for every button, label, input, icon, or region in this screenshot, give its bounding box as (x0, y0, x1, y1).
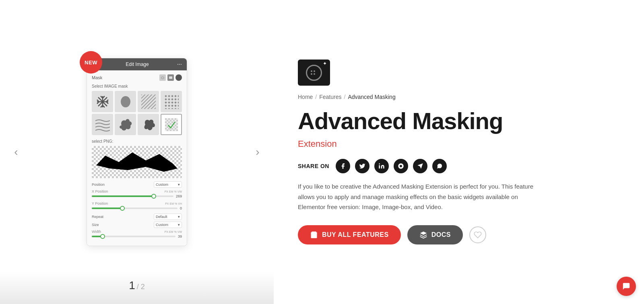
phone-body: Mask Select IMAGE mask (87, 70, 187, 246)
mask-item-waves[interactable] (92, 114, 113, 135)
right-panel: ✦ Home / Features / Advanced Masking Adv (274, 0, 644, 304)
breadcrumb-current: Advanced Masking (348, 94, 395, 100)
telegram-icon[interactable] (413, 159, 427, 173)
unit-tabs-y: PXEM%VH (165, 202, 182, 205)
mask-item-diagonal[interactable] (138, 91, 159, 112)
heart-icon (474, 231, 482, 239)
y-slider-row[interactable]: 0 (92, 206, 182, 210)
size-label: Size (92, 223, 99, 227)
whatsapp-icon[interactable] (432, 159, 447, 173)
png-preview (92, 146, 182, 178)
twitter-icon[interactable] (355, 159, 369, 173)
y-position-label: Y Position (92, 201, 108, 205)
mask-item-diamond[interactable] (161, 91, 182, 112)
select-png-label: select PNG: (92, 139, 182, 144)
svg-rect-1 (169, 76, 172, 79)
x-slider-row[interactable]: 269 (92, 194, 182, 198)
app-icon-circle (306, 65, 322, 81)
breadcrumb: Home / Features / Advanced Masking (298, 94, 620, 100)
description: If you like to be creative the Advanced … (298, 181, 539, 212)
svg-rect-16 (141, 94, 156, 109)
buy-all-features-button[interactable]: BUY ALL FEATURES (298, 225, 401, 244)
mask-grid (92, 91, 182, 135)
image-icon (167, 74, 174, 81)
mask-item-snowflake[interactable] (92, 91, 113, 112)
repeat-dropdown[interactable]: Default ▾ (154, 214, 182, 220)
new-badge: NEW (80, 51, 102, 74)
phone-mockup: NEW Edit Image ⋯ Mask (87, 58, 187, 246)
mask-item-circle[interactable] (115, 91, 136, 112)
chat-button[interactable] (617, 277, 636, 296)
mask-top-icons (159, 74, 182, 81)
position-control-row: Position Custom ▾ (92, 181, 182, 188)
share-row: SHARE ON (298, 159, 620, 173)
mask-item-splatter2[interactable] (138, 114, 159, 135)
prev-slide-button[interactable]: ‹ (8, 144, 24, 160)
breadcrumb-sep2: / (344, 94, 346, 100)
width-label: Width (92, 230, 101, 234)
svg-rect-18 (164, 94, 179, 109)
page-indicator: 1 / 2 (129, 279, 145, 292)
page-current: 1 (129, 279, 135, 292)
docs-button[interactable]: DOCS (407, 225, 463, 244)
breadcrumb-features[interactable]: Features (319, 94, 341, 100)
repeat-label: Repeat (92, 215, 103, 219)
unit-tabs-width: PXEM%VW (165, 230, 182, 233)
page-title: Advanced Masking (298, 108, 620, 134)
share-label: SHARE ON (298, 163, 329, 169)
y-position-row: Y Position PXEM%VH (92, 201, 182, 205)
svg-rect-23 (165, 118, 178, 131)
unit-tabs-x: PXEM%VW (165, 190, 182, 193)
size-control-row: Size Custom ▾ (92, 222, 182, 228)
select-image-mask-label: Select IMAGE mask (92, 84, 182, 88)
circle-icon (175, 74, 182, 81)
app-icon-container: ✦ (298, 60, 620, 86)
chat-icon (622, 282, 631, 291)
docs-icon (419, 231, 427, 239)
cart-icon (310, 231, 318, 239)
position-dropdown[interactable]: Custom ▾ (154, 181, 182, 188)
width-value: 39 (178, 234, 182, 238)
skype-icon[interactable] (394, 159, 408, 173)
phone-header-title: Edit Image (126, 62, 149, 67)
extension-label: Extension (298, 139, 620, 149)
page-total: / 2 (137, 283, 145, 291)
width-row: Width PXEM%VW (92, 230, 182, 234)
position-label: Position (92, 183, 105, 187)
x-value: 269 (176, 194, 182, 198)
x-position-label: X Position (92, 189, 108, 193)
width-slider-row[interactable]: 39 (92, 234, 182, 238)
action-row: BUY ALL FEATURES DOCS (298, 225, 620, 244)
favorite-button[interactable] (469, 226, 486, 243)
svg-point-14 (121, 96, 130, 107)
mask-label: Mask (92, 75, 102, 80)
size-dropdown[interactable]: Custom ▾ (154, 222, 182, 228)
breadcrumb-home[interactable]: Home (298, 94, 313, 100)
svg-point-24 (379, 163, 380, 164)
repeat-control-row: Repeat Default ▾ (92, 214, 182, 220)
linkedin-icon[interactable] (374, 159, 389, 173)
x-position-row: X Position PXEM%VW (92, 189, 182, 193)
y-value: 0 (180, 206, 182, 210)
mask-item-splatter1[interactable] (115, 114, 136, 135)
facebook-icon[interactable] (336, 159, 350, 173)
eye-icon (159, 74, 166, 81)
next-slide-button[interactable]: › (250, 144, 266, 160)
sparkle-icon: ✦ (323, 61, 327, 66)
app-icon: ✦ (298, 60, 330, 86)
mask-item-selected[interactable] (161, 114, 182, 135)
grid-icon: ⋯ (177, 62, 182, 67)
breadcrumb-sep1: / (315, 94, 317, 100)
social-icons (336, 159, 447, 173)
